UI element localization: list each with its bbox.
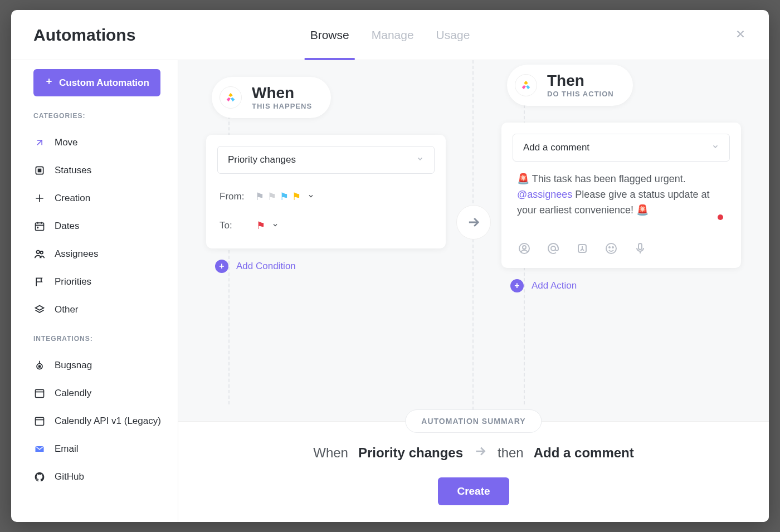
email-icon bbox=[33, 443, 46, 455]
github-icon bbox=[33, 471, 46, 483]
when-header-pill: When THIS HAPPENS bbox=[212, 77, 331, 118]
creation-icon bbox=[33, 192, 46, 204]
flag-icon: ⚑ bbox=[280, 191, 289, 203]
comment-textarea[interactable]: 🚨 This task has been flagged urgent. @as… bbox=[513, 162, 730, 235]
tab-usage[interactable]: Usage bbox=[436, 10, 470, 60]
mention-icon[interactable] bbox=[545, 240, 562, 257]
recording-indicator-icon bbox=[718, 214, 723, 220]
svg-point-16 bbox=[612, 247, 613, 248]
sidebar-item-calendly-legacy[interactable]: Calendly API v1 (Legacy) bbox=[33, 407, 170, 435]
svg-rect-2 bbox=[36, 223, 44, 230]
footer: AUTOMATION SUMMARY When Priority changes… bbox=[178, 421, 769, 522]
sidebar-item-github[interactable]: GitHub bbox=[33, 463, 170, 491]
svg-point-4 bbox=[37, 251, 40, 254]
sidebar-item-calendly[interactable]: Calendly bbox=[33, 379, 170, 407]
trigger-card: Priority changes From: ⚑ ⚑ ⚑ ⚑ bbox=[206, 135, 446, 248]
summary-then-prefix: then bbox=[498, 445, 524, 461]
sidebar-item-label: Email bbox=[55, 443, 79, 455]
then-title: Then bbox=[547, 72, 614, 90]
sidebar-item-label: Calendly bbox=[55, 388, 91, 399]
sidebar-item-label: Statuses bbox=[55, 165, 91, 176]
summary-pill: AUTOMATION SUMMARY bbox=[405, 409, 542, 433]
add-action-button[interactable]: + Add Action bbox=[510, 279, 741, 292]
from-label: From: bbox=[220, 191, 244, 202]
automations-modal: Automations Browse Manage Usage Custom A… bbox=[11, 10, 769, 522]
create-button[interactable]: Create bbox=[438, 477, 509, 505]
svg-rect-8 bbox=[36, 389, 44, 397]
summary-then-bold: Add a comment bbox=[534, 445, 634, 461]
sidebar-item-priorities[interactable]: Priorities bbox=[33, 268, 170, 296]
flag-icon: ⚑ bbox=[256, 219, 265, 232]
sidebar-item-dates[interactable]: Dates bbox=[33, 212, 170, 240]
add-action-label: Add Action bbox=[532, 280, 577, 291]
add-condition-label: Add Condition bbox=[236, 261, 296, 272]
to-row: To: ⚑ bbox=[217, 211, 435, 237]
sidebar-item-assignees[interactable]: Assignees bbox=[33, 240, 170, 268]
chevron-down-icon bbox=[308, 191, 314, 202]
custom-automation-button[interactable]: Custom Automation bbox=[33, 69, 160, 96]
modal-body: Custom Automation CATEGORIES: Move Statu… bbox=[11, 60, 769, 522]
tab-browse[interactable]: Browse bbox=[310, 10, 349, 60]
svg-point-3 bbox=[37, 227, 38, 228]
chevron-down-icon bbox=[711, 142, 719, 153]
sidebar-item-label: GitHub bbox=[55, 471, 84, 482]
sidebar-item-label: Bugsnag bbox=[55, 360, 92, 371]
sidebar-item-statuses[interactable]: Statuses bbox=[33, 157, 170, 184]
action-card: Add a comment 🚨 This task has been flagg… bbox=[501, 123, 741, 269]
categories-label: CATEGORIES: bbox=[33, 112, 170, 120]
layers-icon bbox=[33, 304, 46, 316]
to-flag-selector[interactable]: ⚑ bbox=[256, 219, 279, 232]
calendly-icon bbox=[33, 387, 46, 399]
comment-text-prefix: 🚨 This task has been flagged urgent. bbox=[517, 173, 686, 184]
sidebar-item-creation[interactable]: Creation bbox=[33, 184, 170, 212]
bugsnag-icon bbox=[33, 359, 46, 372]
plus-circle-icon: + bbox=[510, 279, 524, 292]
sidebar-item-email[interactable]: Email bbox=[33, 435, 170, 463]
integrations-label: INTEGRATIONS: bbox=[33, 335, 170, 343]
automation-builder: When THIS HAPPENS Priority changes F bbox=[178, 60, 769, 421]
flag-icon: ⚑ bbox=[255, 191, 264, 203]
when-title: When bbox=[252, 85, 312, 102]
add-condition-button[interactable]: + Add Condition bbox=[215, 260, 446, 273]
svg-point-11 bbox=[523, 246, 526, 249]
summary-when-prefix: When bbox=[313, 445, 348, 461]
from-row: From: ⚑ ⚑ ⚑ ⚑ bbox=[217, 182, 435, 205]
then-subtitle: DO THIS ACTION bbox=[547, 90, 614, 98]
sidebar-item-label: Dates bbox=[55, 221, 79, 232]
emoji-icon[interactable] bbox=[603, 240, 620, 257]
action-select[interactable]: Add a comment bbox=[513, 134, 730, 162]
comment-mention: @assignees bbox=[517, 189, 572, 200]
modal-title: Automations bbox=[33, 26, 135, 45]
sidebar-item-bugsnag[interactable]: Bugsnag bbox=[33, 352, 170, 379]
from-flags-selector[interactable]: ⚑ ⚑ ⚑ ⚑ bbox=[255, 191, 314, 203]
arrow-right-icon bbox=[456, 205, 491, 240]
move-icon bbox=[33, 136, 46, 149]
sidebar-item-label: Calendly API v1 (Legacy) bbox=[55, 416, 161, 427]
sidebar: Custom Automation CATEGORIES: Move Statu… bbox=[11, 60, 178, 522]
tabs: Browse Manage Usage bbox=[310, 10, 470, 60]
summary-when-bold: Priority changes bbox=[358, 445, 463, 461]
command-icon[interactable] bbox=[574, 240, 591, 257]
trigger-select[interactable]: Priority changes bbox=[217, 146, 435, 174]
calendar-icon bbox=[33, 220, 46, 232]
sidebar-item-label: Other bbox=[55, 304, 79, 315]
summary-text: When Priority changes then Add a comment bbox=[313, 444, 634, 462]
sidebar-item-other[interactable]: Other bbox=[33, 296, 170, 324]
chevron-down-icon bbox=[416, 154, 424, 165]
sidebar-item-label: Assignees bbox=[55, 248, 98, 260]
svg-point-7 bbox=[38, 365, 40, 367]
close-icon[interactable] bbox=[734, 26, 747, 44]
assign-comment-icon[interactable] bbox=[516, 240, 533, 257]
sidebar-item-label: Move bbox=[55, 137, 78, 148]
arrow-right-icon bbox=[473, 444, 488, 462]
svg-point-15 bbox=[609, 247, 610, 248]
clickup-logo-icon bbox=[220, 86, 242, 109]
chevron-down-icon bbox=[272, 220, 279, 231]
trigger-value: Priority changes bbox=[228, 154, 296, 165]
tab-manage[interactable]: Manage bbox=[372, 10, 414, 60]
microphone-icon[interactable] bbox=[632, 240, 649, 257]
to-label: To: bbox=[220, 220, 245, 231]
calendly-icon bbox=[33, 415, 46, 427]
sidebar-item-move[interactable]: Move bbox=[33, 129, 170, 157]
svg-point-12 bbox=[551, 246, 555, 251]
